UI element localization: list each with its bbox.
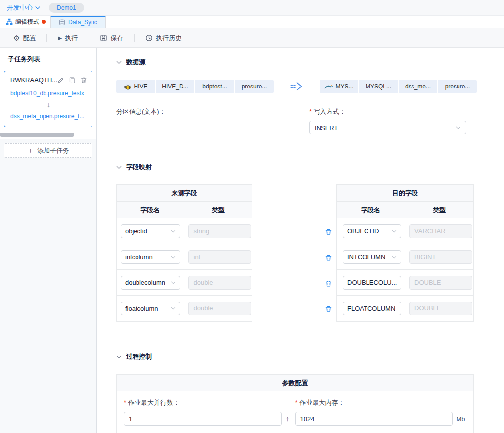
subtask-card[interactable]: RWKRAAQTH... bdptest10_db.presure_testx …	[4, 71, 92, 127]
add-subtask-button[interactable]: ＋ 添加子任务	[4, 143, 92, 158]
chevron-down-icon	[392, 230, 397, 233]
delete-icon[interactable]	[80, 77, 87, 84]
field-name: FLOATCOLUMN	[347, 305, 395, 312]
source-fields-table: 来源字段 字段名 类型 objectid string intcolumn in…	[116, 184, 252, 322]
field-name: intcolumn	[125, 253, 153, 260]
history-button[interactable]: 执行历史	[144, 34, 183, 43]
stepper-up-icon[interactable]: ↑	[286, 415, 289, 423]
delete-row-icon[interactable]	[325, 228, 332, 236]
column-header-field: 字段名	[117, 202, 184, 218]
subtask-target-table: dss_meta_open.presure_t...	[10, 113, 87, 120]
field-name: OBJECTID	[347, 227, 379, 235]
target-tag: presure...	[438, 80, 477, 93]
chevron-down-icon	[456, 126, 461, 130]
run-button[interactable]: ▶ 执行	[57, 34, 79, 43]
top-bar: 开发中心 Demo1	[0, 0, 504, 16]
mapping-section-title: 字段映射	[126, 163, 152, 172]
section-divider	[97, 343, 504, 343]
save-icon	[100, 34, 107, 42]
target-field-select[interactable]: FLOATCOLUMN	[343, 302, 401, 315]
target-field-select[interactable]: INTCOLUMN	[343, 250, 401, 264]
workspace-label: 开发中心	[7, 3, 33, 12]
delete-row-icon[interactable]	[325, 254, 332, 261]
horizontal-scrollbar[interactable]	[0, 133, 74, 137]
max-parallel-input[interactable]	[124, 412, 282, 426]
column-header-type: 类型	[405, 202, 473, 218]
add-subtask-label: 添加子任务	[37, 146, 69, 155]
table-row: objectid string	[117, 218, 252, 244]
table-row: intcolumn int	[117, 244, 252, 270]
edit-mode-toggle[interactable]: 编辑模式	[0, 16, 50, 28]
parameter-panel: 参数配置 *作业最大并行数： ↑ *作业最大内存：	[116, 374, 474, 433]
delete-row-icon[interactable]	[325, 305, 332, 313]
source-field-select[interactable]: doublecolumn	[121, 276, 180, 290]
edit-mode-label: 编辑模式	[15, 18, 39, 26]
datasource-flow: HIVE HIVE_D... bdptest... presure...	[116, 80, 504, 93]
target-type-input: DOUBLE	[409, 302, 472, 315]
row-actions-column	[252, 184, 336, 322]
chevron-down-icon	[392, 256, 397, 259]
main-panel: 数据源 HIVE HIVE_D... bdptest... presure...	[97, 48, 504, 433]
source-type-input: string	[188, 224, 251, 238]
toolbar-divider	[134, 34, 135, 42]
source-type-input: double	[188, 276, 251, 290]
database-icon	[59, 19, 65, 26]
workspace-switcher[interactable]: 开发中心	[7, 3, 40, 12]
max-memory-input[interactable]	[295, 412, 453, 426]
required-mark: *	[295, 399, 298, 406]
field-name: objectid	[125, 227, 147, 235]
subtask-source-table: bdptest10_db.presure_testx	[10, 90, 87, 97]
project-tag[interactable]: Demo1	[49, 3, 84, 13]
table-row: floatcolumn double	[117, 296, 252, 321]
tab-data-sync[interactable]: Data_Sync	[50, 16, 106, 28]
write-mode-select[interactable]: INSERT	[309, 121, 466, 134]
table-row: INTCOLUMN BIGINT	[337, 244, 473, 270]
table-row: OBJECTID VARCHAR	[337, 218, 473, 244]
chevron-down-icon	[171, 230, 176, 233]
target-tag: MYS...	[320, 80, 358, 93]
source-tag: presure...	[235, 80, 274, 93]
source-field-select[interactable]: intcolumn	[121, 250, 180, 264]
write-mode-value: INSERT	[315, 124, 338, 131]
target-field-select[interactable]: DOUBLECOLU...	[343, 276, 401, 290]
source-field-select[interactable]: objectid	[121, 224, 180, 238]
collapse-datasource-icon[interactable]	[116, 61, 122, 64]
field-name: floatcolumn	[125, 305, 158, 312]
copy-icon[interactable]	[69, 77, 76, 84]
target-type-input: VARCHAR	[409, 224, 472, 238]
table-row: FLOATCOLUMN DOUBLE	[337, 296, 473, 321]
toolbar-divider	[89, 34, 89, 42]
target-type-input: BIGINT	[409, 250, 472, 264]
target-field-select[interactable]: OBJECTID	[343, 224, 401, 238]
orgchart-icon	[6, 18, 13, 25]
subtask-sidebar: 子任务列表 RWKRAAQTH... bdptest10_db.presure_…	[0, 48, 97, 433]
clock-icon	[145, 34, 153, 42]
save-label: 保存	[110, 34, 123, 43]
partition-info-label: 分区信息(文本)：	[116, 108, 166, 115]
source-tag: bdptest...	[195, 80, 234, 93]
target-datasource-tags: MYS... MYSQL... dss_me... presure...	[320, 80, 477, 93]
chevron-down-icon	[171, 256, 176, 259]
required-mark: *	[124, 399, 126, 406]
save-button[interactable]: 保存	[99, 34, 124, 43]
chevron-down-icon	[395, 307, 397, 310]
collapse-mapping-icon[interactable]	[116, 166, 122, 169]
source-type-input: int	[188, 250, 251, 264]
gear-icon: ⚙	[13, 34, 20, 43]
chevron-down-icon	[171, 307, 176, 310]
target-tag: MYSQL...	[359, 80, 398, 93]
target-fields-table: 目的字段 字段名 类型 OBJECTID VARCHAR INTCOLUMN B…	[336, 184, 474, 322]
table-row: doublecolumn double	[117, 270, 252, 296]
table-row: DOUBLECOLU... DOUBLE	[337, 270, 473, 296]
config-button[interactable]: ⚙ 配置	[12, 34, 37, 43]
memory-unit-label: Mb	[457, 415, 465, 423]
action-toolbar: ⚙ 配置 ▶ 执行 保存 执行历史	[0, 28, 504, 48]
edit-icon[interactable]	[57, 77, 64, 84]
column-header-type: 类型	[184, 202, 252, 218]
delete-row-icon[interactable]	[325, 280, 332, 287]
target-type-input: DOUBLE	[409, 276, 472, 290]
collapse-process-icon[interactable]	[116, 355, 122, 359]
required-mark: *	[309, 108, 312, 115]
source-field-select[interactable]: floatcolumn	[121, 302, 180, 315]
source-datasource-tags: HIVE HIVE_D... bdptest... presure...	[116, 80, 274, 93]
